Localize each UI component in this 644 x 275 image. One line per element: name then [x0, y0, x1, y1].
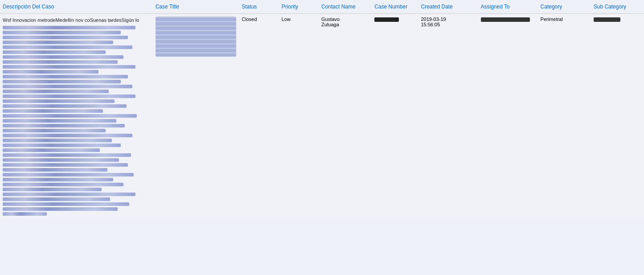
cell-case-num: [372, 14, 418, 220]
contact-line2: Zuluaga: [321, 22, 369, 27]
cell-subcategory: [591, 14, 644, 220]
cell-created-date: 2019-03-19 15:56:05: [418, 14, 478, 220]
table-header-row: Descripción Del Caso Case Title Status P…: [0, 0, 644, 14]
desc-text-preview: Wsf Innovacion metrodeMedellín nov coSue…: [3, 17, 139, 23]
col-header-subcategory[interactable]: Sub Category: [591, 0, 644, 14]
cases-table-container: Descripción Del Caso Case Title Status P…: [0, 0, 644, 220]
col-header-category[interactable]: Category: [538, 0, 591, 14]
case-num-redacted: [374, 17, 399, 22]
created-time-value: 15:56:05: [421, 22, 475, 27]
table-row: Wsf Innovacion metrodeMedellín nov coSue…: [0, 14, 644, 220]
cell-desc: Wsf Innovacion metrodeMedellín nov coSue…: [0, 14, 153, 220]
cell-assigned: [478, 14, 538, 220]
col-header-case-num[interactable]: Case Number: [372, 0, 418, 14]
priority-value: Low: [282, 16, 291, 22]
title-blurred-content: [156, 16, 237, 57]
col-header-assigned[interactable]: Assigned To: [478, 0, 538, 14]
col-header-status[interactable]: Status: [239, 0, 279, 14]
contact-line1: Gustavo: [321, 16, 369, 22]
col-header-desc[interactable]: Descripción Del Caso: [0, 0, 153, 14]
subcategory-redacted: [594, 17, 620, 22]
col-header-title[interactable]: Case Title: [153, 0, 239, 14]
cell-priority: Low: [279, 14, 319, 220]
assigned-redacted: [481, 17, 530, 22]
cell-contact: Gustavo Zuluaga: [319, 14, 372, 220]
category-value: Perimetral: [541, 16, 563, 22]
status-value: Closed: [242, 16, 257, 22]
cell-title: [153, 14, 239, 220]
col-header-priority[interactable]: Priority: [279, 0, 319, 14]
col-header-contact[interactable]: Contact Name: [319, 0, 372, 14]
cases-table: Descripción Del Caso Case Title Status P…: [0, 0, 644, 220]
cell-category: Perimetral: [538, 14, 591, 220]
created-date-value: 2019-03-19: [421, 16, 475, 22]
cell-status: Closed: [239, 14, 279, 220]
col-header-created[interactable]: Created Date: [418, 0, 478, 14]
